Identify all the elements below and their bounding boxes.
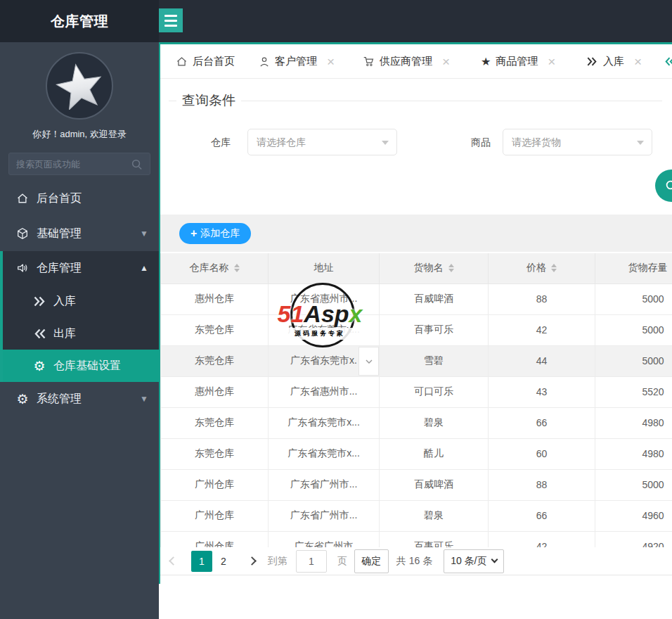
sidebar-item-label: 系统管理	[37, 392, 82, 407]
tab-home[interactable]: 后台首页	[176, 44, 235, 79]
col-address[interactable]: 地址	[269, 253, 380, 283]
app-title: 仓库管理	[0, 0, 159, 42]
table-row[interactable]: 广州仓库广东省广州市...百威啤酒885000	[161, 469, 672, 500]
col-goods-name[interactable]: 货物名	[380, 253, 489, 283]
chevron-down-icon	[637, 141, 644, 145]
search-icon[interactable]	[131, 158, 143, 170]
app-header: 仓库管理	[0, 0, 672, 42]
confirm-button[interactable]: 确定	[354, 549, 389, 573]
search-submit-button[interactable]	[655, 170, 672, 202]
sidebar-item-label: 入库	[53, 294, 76, 309]
chevrons-left-icon	[664, 56, 672, 67]
tab-suppliers[interactable]: 供应商管理 ×	[363, 44, 450, 79]
search-icon	[664, 179, 672, 193]
close-icon[interactable]: ×	[442, 55, 450, 68]
table-header-row: 仓库名称 地址 货物名 价格 货物存量	[161, 253, 672, 283]
sidebar-item-outbound[interactable]: 出库	[3, 317, 159, 350]
tab-label: 后台首页	[193, 55, 235, 68]
sort-icon[interactable]	[551, 264, 557, 272]
sidebar-item-label: 基础管理	[37, 226, 82, 241]
chevron-up-icon: ▲	[140, 263, 148, 273]
col-stock[interactable]: 货物存量	[595, 253, 672, 283]
chevrons-left-icon	[32, 328, 46, 340]
sidebar-search	[8, 153, 150, 175]
sidebar: 你好！admin, 欢迎登录 后台首页 基础管理 ▼	[0, 42, 159, 619]
goto-page-input[interactable]	[296, 550, 327, 573]
sidebar-item-label: 仓库基础设置	[53, 359, 121, 374]
sidebar-item-home[interactable]: 后台首页	[0, 181, 159, 216]
table-toolbar: + 添加仓库	[160, 215, 672, 252]
chevron-right-icon	[247, 556, 257, 566]
tab-goods[interactable]: ★ 商品管理 ×	[481, 44, 555, 79]
tab-label: 入库	[603, 55, 624, 68]
chevron-down-icon	[491, 556, 498, 563]
chevrons-right-icon	[32, 295, 46, 307]
chevron-left-icon	[169, 556, 178, 566]
goods-select[interactable]: 请选择货物	[503, 129, 652, 155]
table-row[interactable]: 惠州仓库广东省惠州市...可口可乐435520	[161, 376, 672, 407]
tab-label: 供应商管理	[380, 55, 432, 68]
page-1-button[interactable]: 1	[191, 551, 212, 572]
star-icon: ★	[481, 55, 491, 68]
chevron-down-icon: ▼	[140, 394, 148, 404]
table-row[interactable]: 东莞仓库广东省东莞市x...碧泉664980	[161, 407, 672, 438]
table-row[interactable]: 广州仓库广东省广州市...碧泉664960	[161, 500, 672, 531]
tab-bar: 后台首页 客户管理 × 供应商管理 × ★ 商品管理 × 入库 ×	[160, 44, 672, 79]
total-count: 共 16 条	[396, 555, 432, 568]
sidebar-item-basic-mgmt[interactable]: 基础管理 ▼	[0, 216, 159, 251]
welcome-text: 你好！admin, 欢迎登录	[0, 128, 159, 141]
page-2-button[interactable]: 2	[221, 556, 226, 567]
chevron-down-icon	[365, 357, 373, 366]
table-row[interactable]: 东莞仓库广东省东莞市x.雪碧445000	[161, 345, 672, 376]
prev-page-button[interactable]	[170, 558, 176, 564]
sidebar-item-label: 出库	[53, 326, 76, 341]
sort-icon[interactable]	[448, 264, 454, 272]
home-icon	[176, 56, 188, 68]
main-content: 后台首页 客户管理 × 供应商管理 × ★ 商品管理 × 入库 ×	[159, 42, 672, 584]
avatar[interactable]	[46, 52, 113, 120]
table-row[interactable]: 东莞仓库广东省东莞市x...酷儿604980	[161, 438, 672, 469]
goto-label: 到第	[268, 555, 287, 568]
close-icon[interactable]: ×	[548, 55, 555, 68]
pagination-bar: 1 2 到第 页 确定 共 16 条 10 条/页	[160, 547, 672, 575]
warehouse-select[interactable]: 请选择仓库	[247, 129, 397, 155]
sidebar-search-input[interactable]	[9, 153, 129, 174]
tab-inbound[interactable]: 入库 ×	[586, 44, 642, 79]
gear-icon: ⚙	[15, 393, 30, 406]
goto-unit: 页	[337, 555, 347, 568]
add-warehouse-button[interactable]: + 添加仓库	[179, 223, 251, 244]
user-icon	[259, 56, 270, 68]
query-legend: 查询条件	[176, 91, 241, 110]
close-icon[interactable]: ×	[634, 55, 642, 68]
star-avatar-icon	[56, 62, 103, 110]
cart-icon	[363, 56, 375, 68]
sidebar-toggle-button[interactable]	[159, 8, 183, 32]
warehouse-table: 仓库名称 地址 货物名 价格 货物存量 惠州仓库广东省惠州市...百威啤酒885…	[160, 253, 672, 563]
sidebar-item-label: 后台首页	[37, 191, 82, 206]
table-row[interactable]: 惠州仓库广东省惠州市...百威啤酒885000	[161, 283, 672, 314]
tab-label: 商品管理	[496, 55, 538, 68]
tab-customers[interactable]: 客户管理 ×	[259, 44, 335, 79]
sidebar-item-system-mgmt[interactable]: ⚙ 系统管理 ▼	[0, 382, 159, 416]
sidebar-group-warehouse: 仓库管理 ▲ 入库 出库 ⚙ 仓库基础设置	[0, 251, 159, 382]
cell-expand-button[interactable]	[358, 347, 379, 376]
sidebar-item-label: 仓库管理	[37, 261, 82, 276]
col-warehouse-name[interactable]: 仓库名称	[161, 253, 269, 283]
sidebar-item-warehouse-settings[interactable]: ⚙ 仓库基础设置	[3, 350, 159, 382]
home-icon	[15, 192, 30, 205]
avatar-wrap: 你好！admin, 欢迎登录	[0, 42, 159, 141]
cube-icon	[15, 227, 30, 240]
col-price[interactable]: 价格	[489, 253, 595, 283]
chevrons-right-icon	[586, 56, 598, 67]
warehouse-label: 仓库	[211, 129, 231, 155]
next-page-button[interactable]	[249, 558, 255, 564]
select-placeholder: 请选择货物	[512, 136, 561, 148]
sort-icon[interactable]	[234, 264, 240, 272]
page-size-select[interactable]: 10 条/页	[444, 549, 503, 573]
hamburger-icon	[164, 15, 177, 17]
sidebar-item-inbound[interactable]: 入库	[3, 285, 159, 317]
table-row[interactable]: 东莞仓库广东省东莞市x...百事可乐425000	[161, 314, 672, 345]
sidebar-item-warehouse-mgmt[interactable]: 仓库管理 ▲	[3, 251, 159, 285]
close-icon[interactable]: ×	[327, 55, 335, 68]
tab-outbound[interactable]: 出库	[664, 44, 672, 79]
